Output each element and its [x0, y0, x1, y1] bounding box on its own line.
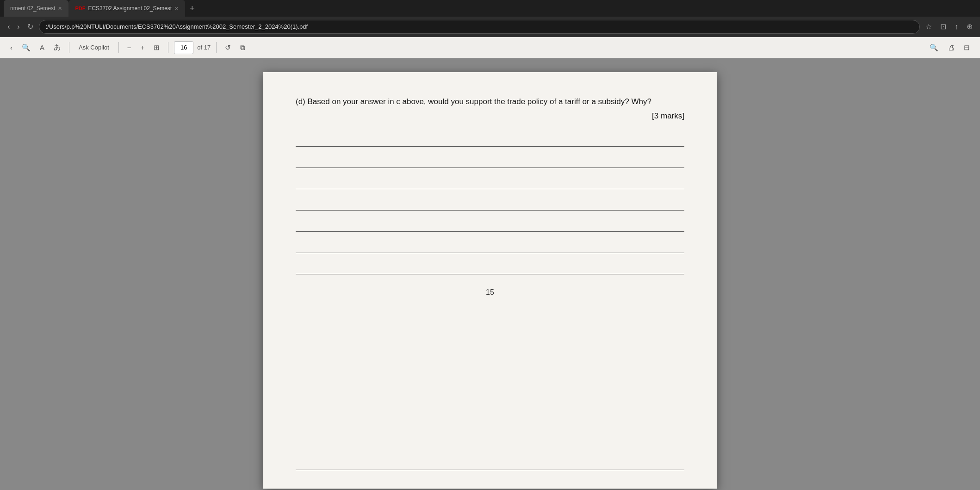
separator-1	[69, 42, 69, 53]
collections-icon[interactable]: ⊡	[938, 21, 948, 32]
pdf-page: (d) Based on your answer in c above, wou…	[263, 72, 717, 489]
ask-copilot-button[interactable]: Ask Copilot	[75, 42, 113, 53]
tab-2-label: ECS3702 Assignment 02_Semest	[88, 5, 172, 12]
tab-1-close-icon[interactable]: ✕	[58, 6, 62, 12]
page-number-input[interactable]	[174, 41, 193, 54]
tab-1[interactable]: nment 02_Semest ✕	[4, 0, 68, 17]
share-icon[interactable]: ↑	[953, 22, 960, 32]
star-icon[interactable]: ☆	[924, 21, 934, 32]
fit-page-button[interactable]: ⊞	[151, 42, 162, 54]
answer-line-7	[296, 253, 684, 274]
answer-line-4	[296, 189, 684, 211]
tab-1-label: nment 02_Semest	[10, 5, 55, 12]
search-right-button[interactable]: 🔍	[927, 42, 941, 54]
more-button[interactable]: ⊟	[961, 42, 973, 54]
zoom-out-button[interactable]: −	[124, 42, 134, 53]
pdf-toolbar: ‹ 🔍 A あ Ask Copilot − + ⊞ of 17 ↺ ⧉ 🔍 🖨 …	[0, 37, 980, 58]
back-toolbar-button[interactable]: ‹	[7, 42, 15, 53]
settings-icon[interactable]: ⊕	[965, 21, 974, 32]
read-aloud-icon: A	[40, 43, 44, 51]
translate-icon: あ	[54, 43, 61, 51]
answer-line-5	[296, 211, 684, 232]
address-input[interactable]	[39, 20, 920, 34]
pdf-file-icon: PDF	[75, 6, 85, 11]
read-aloud-button[interactable]: A	[37, 42, 47, 53]
answer-line-3	[296, 168, 684, 189]
marks-label: [3 marks]	[296, 112, 684, 121]
tab-2[interactable]: PDF ECS3702 Assignment 02_Semest ✕	[68, 0, 185, 17]
page-number: 15	[296, 288, 684, 297]
bottom-separator-line	[296, 470, 684, 470]
answer-line-1	[296, 125, 684, 147]
total-pages-label: of 17	[197, 44, 211, 51]
separator-3	[168, 42, 168, 53]
address-bar: ‹ › ↻ ☆ ⊡ ↑ ⊕	[0, 17, 980, 37]
question-text: (d) Based on your answer in c above, wou…	[296, 95, 684, 108]
zoom-in-button[interactable]: +	[138, 42, 148, 53]
pdf-viewer: (d) Based on your answer in c above, wou…	[0, 58, 980, 490]
answer-line-6	[296, 232, 684, 253]
separator-4	[216, 42, 217, 53]
refresh-button[interactable]: ↻	[25, 20, 35, 33]
new-tab-button[interactable]: +	[185, 1, 199, 15]
copy-button[interactable]: ⧉	[237, 42, 248, 54]
print-button[interactable]: 🖨	[945, 42, 957, 53]
back-button[interactable]: ‹	[6, 21, 12, 33]
translate-button[interactable]: あ	[51, 41, 63, 54]
forward-button[interactable]: ›	[15, 21, 21, 33]
tab-2-close-icon[interactable]: ✕	[174, 6, 179, 12]
title-bar: nment 02_Semest ✕ PDF ECS3702 Assignment…	[0, 0, 980, 17]
rotate-button[interactable]: ↺	[222, 42, 234, 54]
search-toolbar-button[interactable]: 🔍	[19, 42, 33, 54]
answer-line-2	[296, 147, 684, 168]
separator-2	[118, 42, 119, 53]
